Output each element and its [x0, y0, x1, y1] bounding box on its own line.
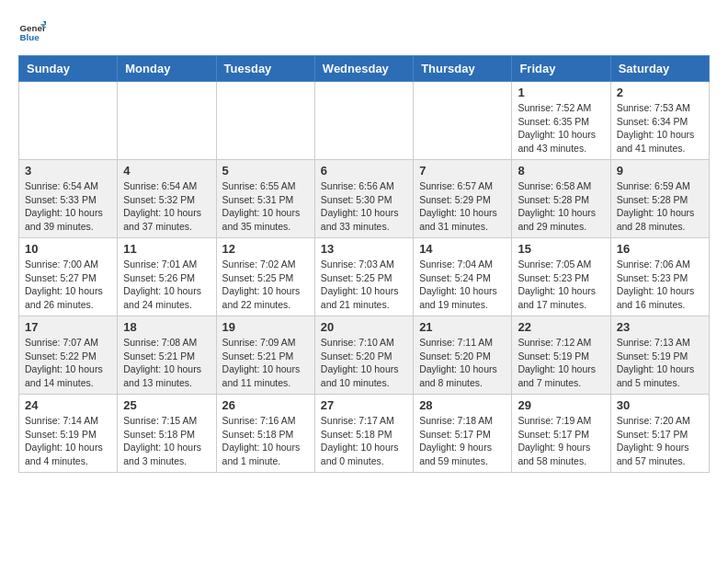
day-info: Sunrise: 7:04 AM Sunset: 5:24 PM Dayligh… [419, 258, 506, 312]
logo: General Blue [18, 18, 51, 46]
day-number: 4 [123, 164, 210, 178]
day-number: 11 [123, 242, 210, 256]
day-info: Sunrise: 6:58 AM Sunset: 5:28 PM Dayligh… [518, 179, 604, 234]
calendar-cell [216, 82, 314, 160]
day-info: Sunrise: 7:08 AM Sunset: 5:21 PM Dayligh… [123, 336, 210, 390]
calendar-cell: 25Sunrise: 7:15 AM Sunset: 5:18 PM Dayli… [118, 395, 216, 473]
header: General Blue [18, 18, 710, 46]
day-info: Sunrise: 7:53 AM Sunset: 6:34 PM Dayligh… [617, 101, 703, 155]
calendar-cell: 7Sunrise: 6:57 AM Sunset: 5:29 PM Daylig… [414, 160, 512, 238]
calendar-cell [19, 82, 118, 160]
day-header-saturday: Saturday [610, 56, 709, 82]
calendar-cell: 16Sunrise: 7:06 AM Sunset: 5:23 PM Dayli… [610, 238, 709, 316]
day-number: 6 [321, 164, 407, 178]
day-info: Sunrise: 6:57 AM Sunset: 5:29 PM Dayligh… [419, 179, 506, 234]
day-number: 23 [617, 320, 703, 334]
day-info: Sunrise: 7:18 AM Sunset: 5:17 PM Dayligh… [419, 414, 506, 468]
day-info: Sunrise: 7:06 AM Sunset: 5:23 PM Dayligh… [617, 258, 703, 312]
logo-icon: General Blue [18, 18, 46, 46]
calendar-cell: 19Sunrise: 7:09 AM Sunset: 5:21 PM Dayli… [216, 316, 314, 395]
calendar-cell [118, 82, 216, 160]
calendar-cell [414, 82, 512, 160]
day-info: Sunrise: 7:19 AM Sunset: 5:17 PM Dayligh… [518, 414, 604, 468]
day-number: 16 [617, 242, 703, 256]
calendar-week-row: 10Sunrise: 7:00 AM Sunset: 5:27 PM Dayli… [19, 238, 710, 316]
day-info: Sunrise: 7:01 AM Sunset: 5:26 PM Dayligh… [123, 258, 210, 312]
calendar-cell: 15Sunrise: 7:05 AM Sunset: 5:23 PM Dayli… [512, 238, 610, 316]
calendar-cell: 21Sunrise: 7:11 AM Sunset: 5:20 PM Dayli… [414, 316, 512, 395]
calendar-cell: 29Sunrise: 7:19 AM Sunset: 5:17 PM Dayli… [512, 395, 610, 473]
day-info: Sunrise: 7:02 AM Sunset: 5:25 PM Dayligh… [222, 258, 309, 312]
day-info: Sunrise: 7:15 AM Sunset: 5:18 PM Dayligh… [123, 414, 210, 468]
calendar-cell: 9Sunrise: 6:59 AM Sunset: 5:28 PM Daylig… [610, 160, 709, 238]
calendar-cell: 22Sunrise: 7:12 AM Sunset: 5:19 PM Dayli… [512, 316, 610, 395]
day-header-friday: Friday [512, 56, 610, 82]
calendar-cell: 5Sunrise: 6:55 AM Sunset: 5:31 PM Daylig… [216, 160, 314, 238]
day-number: 22 [518, 320, 604, 334]
day-number: 21 [419, 320, 506, 334]
calendar-week-row: 17Sunrise: 7:07 AM Sunset: 5:22 PM Dayli… [19, 316, 710, 395]
calendar-table: SundayMondayTuesdayWednesdayThursdayFrid… [18, 55, 710, 473]
calendar-cell: 14Sunrise: 7:04 AM Sunset: 5:24 PM Dayli… [414, 238, 512, 316]
day-number: 13 [321, 242, 407, 256]
calendar-cell: 30Sunrise: 7:20 AM Sunset: 5:17 PM Dayli… [610, 395, 709, 473]
day-info: Sunrise: 7:14 AM Sunset: 5:19 PM Dayligh… [25, 414, 111, 468]
day-number: 27 [321, 398, 407, 412]
calendar-cell: 20Sunrise: 7:10 AM Sunset: 5:20 PM Dayli… [314, 316, 413, 395]
day-info: Sunrise: 7:52 AM Sunset: 6:35 PM Dayligh… [518, 101, 604, 155]
svg-text:Blue: Blue [20, 32, 40, 42]
calendar-cell: 8Sunrise: 6:58 AM Sunset: 5:28 PM Daylig… [512, 160, 610, 238]
day-number: 1 [518, 86, 604, 99]
calendar-cell: 3Sunrise: 6:54 AM Sunset: 5:33 PM Daylig… [19, 160, 118, 238]
calendar-cell: 1Sunrise: 7:52 AM Sunset: 6:35 PM Daylig… [512, 82, 610, 160]
day-info: Sunrise: 7:12 AM Sunset: 5:19 PM Dayligh… [518, 336, 604, 390]
day-header-sunday: Sunday [19, 56, 118, 82]
day-number: 9 [617, 164, 703, 178]
day-info: Sunrise: 6:55 AM Sunset: 5:31 PM Dayligh… [222, 179, 309, 234]
calendar-cell: 13Sunrise: 7:03 AM Sunset: 5:25 PM Dayli… [314, 238, 413, 316]
day-info: Sunrise: 7:07 AM Sunset: 5:22 PM Dayligh… [25, 336, 111, 390]
day-number: 26 [222, 398, 309, 412]
day-info: Sunrise: 7:00 AM Sunset: 5:27 PM Dayligh… [25, 258, 111, 312]
day-info: Sunrise: 6:54 AM Sunset: 5:33 PM Dayligh… [25, 179, 111, 234]
day-info: Sunrise: 7:13 AM Sunset: 5:19 PM Dayligh… [617, 336, 703, 390]
day-number: 5 [222, 164, 309, 178]
calendar-cell: 26Sunrise: 7:16 AM Sunset: 5:18 PM Dayli… [216, 395, 314, 473]
calendar-cell: 23Sunrise: 7:13 AM Sunset: 5:19 PM Dayli… [610, 316, 709, 395]
calendar-cell: 17Sunrise: 7:07 AM Sunset: 5:22 PM Dayli… [19, 316, 118, 395]
calendar-cell: 27Sunrise: 7:17 AM Sunset: 5:18 PM Dayli… [314, 395, 413, 473]
calendar-cell: 28Sunrise: 7:18 AM Sunset: 5:17 PM Dayli… [414, 395, 512, 473]
calendar-week-row: 24Sunrise: 7:14 AM Sunset: 5:19 PM Dayli… [19, 395, 710, 473]
day-info: Sunrise: 7:20 AM Sunset: 5:17 PM Dayligh… [617, 414, 703, 468]
calendar-cell [314, 82, 413, 160]
day-number: 17 [25, 320, 111, 334]
calendar-cell: 6Sunrise: 6:56 AM Sunset: 5:30 PM Daylig… [314, 160, 413, 238]
calendar-cell: 18Sunrise: 7:08 AM Sunset: 5:21 PM Dayli… [118, 316, 216, 395]
calendar-cell: 2Sunrise: 7:53 AM Sunset: 6:34 PM Daylig… [610, 82, 709, 160]
calendar-cell: 11Sunrise: 7:01 AM Sunset: 5:26 PM Dayli… [118, 238, 216, 316]
day-header-tuesday: Tuesday [216, 56, 314, 82]
calendar-cell: 24Sunrise: 7:14 AM Sunset: 5:19 PM Dayli… [19, 395, 118, 473]
day-info: Sunrise: 7:17 AM Sunset: 5:18 PM Dayligh… [321, 414, 407, 468]
day-number: 19 [222, 320, 309, 334]
day-number: 2 [617, 86, 703, 99]
day-number: 28 [419, 398, 506, 412]
day-info: Sunrise: 7:16 AM Sunset: 5:18 PM Dayligh… [222, 414, 309, 468]
calendar-week-row: 3Sunrise: 6:54 AM Sunset: 5:33 PM Daylig… [19, 160, 710, 238]
day-info: Sunrise: 7:10 AM Sunset: 5:20 PM Dayligh… [321, 336, 407, 390]
day-info: Sunrise: 7:11 AM Sunset: 5:20 PM Dayligh… [419, 336, 506, 390]
calendar-cell: 10Sunrise: 7:00 AM Sunset: 5:27 PM Dayli… [19, 238, 118, 316]
day-info: Sunrise: 6:54 AM Sunset: 5:32 PM Dayligh… [123, 179, 210, 234]
day-header-thursday: Thursday [414, 56, 512, 82]
day-info: Sunrise: 7:03 AM Sunset: 5:25 PM Dayligh… [321, 258, 407, 312]
calendar-cell: 12Sunrise: 7:02 AM Sunset: 5:25 PM Dayli… [216, 238, 314, 316]
day-number: 20 [321, 320, 407, 334]
day-info: Sunrise: 6:56 AM Sunset: 5:30 PM Dayligh… [321, 179, 407, 234]
day-number: 3 [25, 164, 111, 178]
day-number: 8 [518, 164, 604, 178]
day-number: 15 [518, 242, 604, 256]
day-info: Sunrise: 6:59 AM Sunset: 5:28 PM Dayligh… [617, 179, 703, 234]
day-header-wednesday: Wednesday [314, 56, 413, 82]
calendar-cell: 4Sunrise: 6:54 AM Sunset: 5:32 PM Daylig… [118, 160, 216, 238]
day-number: 10 [25, 242, 111, 256]
